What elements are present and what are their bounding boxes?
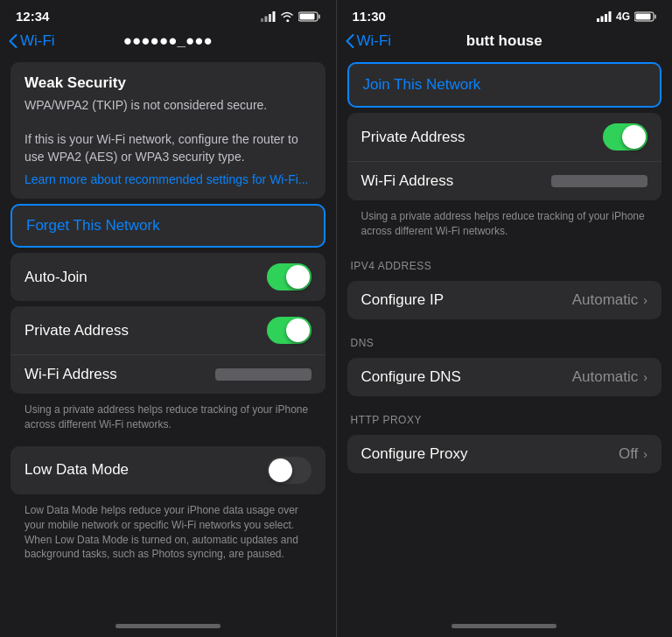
forget-network-box[interactable]: Forget This Network [10, 204, 326, 248]
status-bar-left: 12:34 [0, 0, 336, 29]
svg-rect-13 [636, 13, 651, 19]
battery-icon [298, 11, 320, 22]
svg-rect-12 [654, 14, 656, 18]
auto-join-group: Auto-Join [10, 253, 326, 301]
address-group-left: Private Address Wi-Fi Address [10, 306, 326, 394]
wifi-address-label-left: Wi-Fi Address [24, 366, 215, 383]
configure-dns-label: Configure DNS [361, 368, 572, 386]
configure-ip-chevron: › [643, 293, 648, 307]
forget-label: Forget This Network [26, 217, 160, 234]
home-bar-left [116, 624, 220, 628]
private-address-label-left: Private Address [24, 322, 267, 340]
battery-icon-right [634, 11, 656, 22]
status-bar-right: 11:30 4G [337, 0, 673, 29]
auto-join-row[interactable]: Auto-Join [10, 253, 326, 301]
ipv4-section-header: IPV4 ADDRESS [337, 248, 673, 276]
dns-section-header: DNS [337, 325, 673, 353]
low-data-desc: Low Data Mode helps reduce your iPhone d… [10, 500, 326, 570]
back-label-left: Wi-Fi [20, 32, 55, 50]
low-data-toggle[interactable] [267, 457, 312, 484]
back-button-left[interactable]: Wi-Fi [9, 32, 55, 50]
back-button-right[interactable]: Wi-Fi [346, 32, 392, 50]
svg-rect-1 [264, 16, 267, 22]
weak-security-body: WPA/WPA2 (TKIP) is not considered secure… [24, 97, 312, 165]
configure-dns-value: Automatic [572, 368, 639, 386]
forget-row[interactable]: Forget This Network [12, 206, 324, 246]
configure-proxy-value: Off [619, 445, 638, 463]
status-icons-right: 4G [597, 10, 656, 23]
auto-join-toggle[interactable] [267, 263, 312, 290]
weak-security-title: Weak Security [24, 74, 312, 92]
low-data-label: Low Data Mode [24, 461, 267, 479]
private-address-row-left[interactable]: Private Address [10, 306, 326, 355]
home-bar-right [452, 624, 556, 628]
toggle-knob-3 [269, 458, 292, 482]
signal-icon-right [597, 11, 612, 22]
configure-proxy-row[interactable]: Configure Proxy Off › [347, 435, 662, 473]
low-data-row[interactable]: Low Data Mode [10, 446, 326, 494]
svg-rect-6 [299, 13, 314, 19]
nav-bar-right: Wi-Fi butt house [337, 29, 673, 57]
configure-dns-row[interactable]: Configure DNS Automatic › [347, 358, 662, 396]
configure-ip-group: Configure IP Automatic › [347, 281, 662, 319]
nav-title-left: ●●●●●●_●●● [123, 32, 213, 50]
wifi-icon [280, 11, 294, 22]
time-left: 12:34 [16, 9, 49, 24]
private-address-label-right: Private Address [361, 129, 604, 146]
svg-rect-2 [269, 14, 271, 22]
configure-proxy-label: Configure Proxy [361, 445, 619, 463]
addr-desc-right: Using a private address helps reduce tra… [347, 206, 662, 248]
private-address-toggle-right[interactable] [603, 123, 648, 150]
address-group-right: Private Address Wi-Fi Address [347, 113, 662, 200]
time-right: 11:30 [353, 9, 386, 24]
svg-rect-9 [605, 14, 607, 22]
configure-ip-value: Automatic [572, 291, 639, 309]
configure-dns-chevron: › [643, 370, 648, 384]
configure-dns-group: Configure DNS Automatic › [347, 358, 662, 396]
join-network-box[interactable]: Join This Network [347, 62, 662, 108]
learn-more-link[interactable]: Learn more about recommended settings fo… [24, 172, 312, 186]
configure-ip-label: Configure IP [361, 291, 572, 309]
http-proxy-section-header: HTTP PROXY [337, 402, 673, 430]
weak-security-box: Weak Security WPA/WPA2 (TKIP) is not con… [10, 62, 326, 199]
wifi-address-value-right [551, 175, 648, 187]
join-label: Join This Network [363, 76, 481, 93]
configure-proxy-group: Configure Proxy Off › [347, 435, 662, 473]
wifi-address-value-left [215, 368, 312, 381]
configure-proxy-chevron: › [643, 447, 648, 461]
low-data-group: Low Data Mode [10, 446, 326, 494]
toggle-knob-2 [286, 318, 310, 342]
signal-icon [261, 11, 276, 22]
left-scroll: Weak Security WPA/WPA2 (TKIP) is not con… [0, 57, 336, 620]
join-row[interactable]: Join This Network [349, 64, 661, 106]
left-panel: 12:34 Wi- [0, 0, 336, 637]
nav-title-right: butt house [466, 32, 542, 50]
nav-bar-left: Wi-Fi ●●●●●●_●●● [0, 29, 336, 57]
private-address-toggle-left[interactable] [267, 317, 312, 344]
svg-rect-7 [597, 18, 599, 22]
svg-rect-0 [261, 18, 263, 22]
configure-ip-row[interactable]: Configure IP Automatic › [347, 281, 662, 319]
right-panel: 11:30 4G Wi-Fi butt house [336, 0, 673, 637]
toggle-knob [286, 265, 310, 289]
svg-rect-3 [272, 11, 275, 22]
home-indicator-left [0, 620, 336, 637]
network-type-right: 4G [616, 10, 630, 23]
toggle-knob-right [622, 125, 646, 149]
svg-rect-8 [600, 16, 603, 22]
svg-rect-5 [318, 14, 320, 18]
right-scroll: Join This Network Private Address Wi-Fi … [337, 57, 673, 620]
wifi-address-row-left: Wi-Fi Address [10, 355, 326, 394]
addr-desc-left: Using a private address helps reduce tra… [10, 399, 326, 441]
back-label-right: Wi-Fi [357, 32, 392, 50]
private-address-row-right[interactable]: Private Address [347, 113, 662, 162]
status-icons-left [261, 11, 320, 22]
home-indicator-right [337, 620, 673, 637]
auto-join-label: Auto-Join [24, 269, 267, 286]
wifi-address-label-right: Wi-Fi Address [361, 172, 552, 190]
wifi-address-row-right: Wi-Fi Address [347, 162, 662, 200]
svg-rect-10 [608, 11, 611, 22]
